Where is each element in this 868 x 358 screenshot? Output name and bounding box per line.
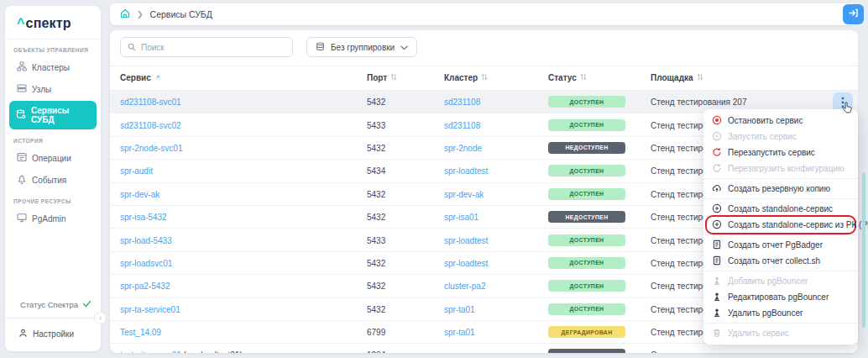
menu-item-report-pgbadger[interactable]: Создать отчет PgBadger xyxy=(703,237,858,253)
sort-asc-icon xyxy=(154,73,162,82)
sidebar-collapse-button[interactable]: ‹ xyxy=(94,312,107,324)
status-ok-check-icon xyxy=(82,300,92,309)
backup-cloud-icon xyxy=(712,183,722,195)
port-cell: 5432 xyxy=(367,97,385,107)
vertical-scrollbar-thumb[interactable] xyxy=(862,172,865,328)
port-cell: 5433 xyxy=(367,235,385,245)
row-context-menu: Остановить сервис Запустить сервис Перез… xyxy=(703,109,858,345)
report-icon xyxy=(712,255,722,267)
column-header-port[interactable]: Порт xyxy=(367,73,397,82)
menu-item-create-standalone-pitr[interactable]: Создать standalone-сервис из РК (PITR) xyxy=(707,217,855,233)
service-link[interactable]: spr-isa-5432 xyxy=(120,213,167,222)
status-badge: НЕДОСТУПЕН xyxy=(548,142,625,154)
pgbouncer-icon xyxy=(712,308,722,319)
home-icon[interactable] xyxy=(120,7,130,22)
spektr-status: Статус Спектра xyxy=(5,300,101,318)
sidebar-item-label: События xyxy=(32,176,66,185)
cluster-link[interactable]: spr-loadtest xyxy=(444,235,488,245)
sidebar-item-db-services[interactable]: Сервисы СУБД xyxy=(9,101,97,129)
menu-item-restart-service[interactable]: Перезапустить сервис xyxy=(703,145,858,161)
service-link[interactable]: test-pitr-name01 xyxy=(120,350,181,353)
menu-item-delete-pgbouncer[interactable]: Удалить pgBouncer xyxy=(703,305,858,321)
cluster-link[interactable]: sd231108 xyxy=(444,120,480,129)
plus-circle-icon xyxy=(712,203,722,215)
menu-item-start-service: Запустить сервис xyxy=(703,129,858,145)
menu-item-create-standalone[interactable]: Создать standalone-сервис xyxy=(703,201,858,217)
cluster-link[interactable]: spr-loadtest xyxy=(444,166,488,176)
grouping-dropdown[interactable]: Без группировки xyxy=(306,37,417,57)
service-link[interactable]: spr-ta-service01 xyxy=(120,304,180,313)
service-link[interactable]: spr-load-5433 xyxy=(120,235,172,245)
menu-item-stop-service[interactable]: Остановить сервис xyxy=(703,113,858,129)
spektr-status-label: Статус Спектра xyxy=(20,300,78,309)
column-header-site[interactable]: Площадка xyxy=(651,73,703,82)
menu-item-add-pgbouncer: Добавить pgBouncer xyxy=(703,273,858,289)
sidebar: ^спектр ОБЪЕКТЫ УПРАВЛЕНИЯ Кластеры Узлы… xyxy=(5,6,101,351)
cluster-link[interactable]: spr-loadtest xyxy=(444,258,488,267)
search-input[interactable] xyxy=(141,43,285,52)
sidebar-item-events[interactable]: События xyxy=(5,169,101,191)
service-link[interactable]: sd231108-svc02 xyxy=(120,120,181,129)
sidebar-item-settings[interactable]: Настройки xyxy=(5,319,101,351)
service-link[interactable]: Test_14.09 xyxy=(120,328,161,337)
sidebar-item-nodes[interactable]: Узлы xyxy=(5,78,101,100)
grouping-icon xyxy=(316,42,325,53)
cluster-link[interactable]: cluster-pa2 xyxy=(444,282,485,291)
restart-icon xyxy=(712,147,722,159)
status-badge: ДОСТУПЕН xyxy=(548,165,625,176)
status-badge: ДОСТУПЕН xyxy=(548,188,625,200)
settings-label: Настройки xyxy=(33,329,74,339)
cluster-link[interactable]: spr-ta01 xyxy=(444,304,475,313)
sidebar-divider: ‹ xyxy=(5,318,101,319)
exit-arrow-icon xyxy=(848,8,859,21)
status-badge: ДОСТУПЕН xyxy=(548,96,625,108)
status-badge: ДОСТУПЕН xyxy=(548,119,625,131)
plus-circle-icon xyxy=(712,219,722,231)
search-icon xyxy=(128,39,136,55)
cluster-link[interactable]: spr-2node xyxy=(444,143,482,152)
menu-item-edit-pgbouncer[interactable]: Редактировать pgBouncer xyxy=(703,289,858,305)
table-row[interactable]: test-pitr-name01 (spr-loadtest01) 1234 О… xyxy=(110,344,858,353)
service-link[interactable]: spr-2node-svc01 xyxy=(120,143,182,152)
play-icon xyxy=(712,131,722,143)
sidebar-item-clusters[interactable]: Кластеры xyxy=(5,56,101,78)
status-badge: ДОСТУПЕН xyxy=(548,234,625,246)
sidebar-item-pgadmin[interactable]: PgAdmin xyxy=(5,208,101,229)
report-icon xyxy=(712,240,722,251)
table-toolbar: Без группировки xyxy=(120,37,848,57)
service-link[interactable]: spr-loadsvc01 xyxy=(120,258,172,267)
sort-icon xyxy=(481,73,488,82)
site-cell: Стенд тестирования 207 xyxy=(651,97,746,107)
service-link[interactable]: spr-pa2-5432 xyxy=(120,282,170,291)
column-header-cluster[interactable]: Кластер xyxy=(444,73,488,82)
site-cell: Стенд тестирования xyxy=(651,350,730,353)
clusters-icon xyxy=(17,61,27,73)
cluster-link[interactable]: spr-isa01 xyxy=(444,213,478,222)
port-cell: 5432 xyxy=(367,304,385,313)
cluster-link[interactable]: spr-ta01 xyxy=(444,328,475,337)
service-link[interactable]: spr-audit xyxy=(120,166,153,176)
service-suffix: (spr-loadtest01) xyxy=(181,350,243,353)
menu-divider xyxy=(703,323,858,324)
cluster-link[interactable]: spr-dev-ak xyxy=(444,189,484,198)
menu-item-reload-config: Перезагрузить конфигурацию xyxy=(703,161,858,176)
breadcrumb-current: Сервисы СУБД xyxy=(150,9,212,19)
logout-button[interactable] xyxy=(843,4,864,24)
sidebar-item-operations[interactable]: Операции xyxy=(5,147,101,169)
service-link[interactable]: spr-dev-ak xyxy=(120,189,159,198)
stop-icon xyxy=(712,115,722,127)
port-cell: 5432 xyxy=(367,189,385,198)
logo-text: спектр xyxy=(26,16,71,30)
trash-icon xyxy=(712,328,722,340)
cluster-link[interactable]: sd231108 xyxy=(444,97,480,107)
breadcrumb-bar: ❯ Сервисы СУБД xyxy=(110,3,858,25)
reload-icon xyxy=(712,163,722,175)
column-header-status[interactable]: Статус xyxy=(548,73,587,82)
menu-item-create-backup[interactable]: Создать резервную копию xyxy=(703,181,858,197)
search-box[interactable] xyxy=(120,37,293,57)
column-header-service[interactable]: Сервис xyxy=(120,73,162,82)
menu-item-report-collectsh[interactable]: Создать отчет collect.sh xyxy=(703,253,858,269)
status-badge: ДОСТУПЕН xyxy=(548,303,625,315)
service-link[interactable]: sd231108-svc01 xyxy=(120,97,181,107)
app-logo[interactable]: ^спектр xyxy=(5,6,101,39)
